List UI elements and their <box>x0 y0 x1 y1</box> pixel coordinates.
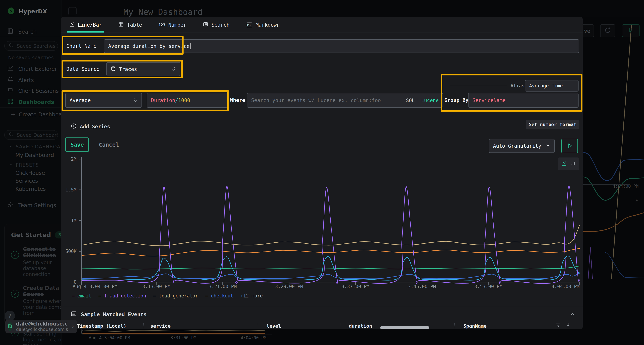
download-icon[interactable] <box>565 322 571 329</box>
user-team: dale@clickhouse.com's <box>16 327 68 332</box>
column-separator <box>143 323 144 329</box>
sample-matched-events-label: Sample Matched Events <box>81 311 147 318</box>
x-tick-label: 3:45:00 PM <box>408 284 436 289</box>
alias-input[interactable]: Average Time <box>525 80 578 91</box>
table-grid-icon <box>118 22 124 28</box>
column-header-level[interactable]: level <box>266 323 281 329</box>
x-tick-label: 3:29:00 PM <box>275 284 303 289</box>
x-tick-label: Aug 4 3:04:00 PM <box>73 284 117 289</box>
data-source-value: Traces <box>119 66 137 72</box>
sql-option[interactable]: SQL <box>406 98 415 103</box>
markdown-icon: M↓ <box>246 22 252 27</box>
edit-chart-modal: Line/Bar Table 123 Number Search M↓ Mark… <box>61 17 583 329</box>
timeseries-chart[interactable]: 0500K1M1.5M2M <box>61 155 583 287</box>
chart-x-axis-labels: Aug 4 3:04:00 PM3:13:00 PM3:21:00 PM3:29… <box>61 284 583 291</box>
where-label: Where <box>230 93 245 108</box>
tab-search[interactable]: Search <box>203 17 230 32</box>
column-header-timestamp[interactable]: Timestamp (Local) <box>77 323 126 329</box>
avatar: D <box>8 322 12 331</box>
legend-item-email[interactable]: — email <box>72 293 92 299</box>
save-label: Save <box>70 141 84 148</box>
horizontal-scrollbar[interactable] <box>380 327 429 329</box>
series-more-2 <box>82 256 580 280</box>
play-icon <box>567 143 572 149</box>
group-by-input[interactable]: ServiceName <box>468 93 578 108</box>
granularity-value: Auto Granularity <box>493 143 541 149</box>
series-email <box>82 266 580 269</box>
tab-label: Line/Bar <box>78 22 102 28</box>
svg-text:1.5M: 1.5M <box>65 187 76 193</box>
svg-text:1M: 1M <box>71 218 76 223</box>
number-123-icon: 123 <box>158 23 165 27</box>
chart-name-input[interactable]: Average duration by service <box>104 39 579 53</box>
svg-text:2M: 2M <box>71 156 76 162</box>
legend-more-link[interactable]: +12 more <box>240 293 263 299</box>
tab-line-bar[interactable]: Line/Bar <box>69 17 102 32</box>
field-token: Duration <box>151 97 175 103</box>
list-icon <box>203 22 208 28</box>
x-tick-label: 3:13:00 PM <box>142 284 170 289</box>
chart-legend: — email— fraud-detection— load-generator… <box>72 293 263 299</box>
column-separator <box>454 323 455 329</box>
chart-name-label: Chart Name <box>66 39 96 53</box>
set-number-format-button[interactable]: Set number format <box>526 120 580 129</box>
chart-name-value: Average duration by service <box>108 43 190 49</box>
alias-connector-line <box>450 86 507 86</box>
field-expression-input[interactable]: Duration/1000 <box>147 93 228 108</box>
where-search-input[interactable]: Search your events w/ Lucene ex. column:… <box>247 93 443 108</box>
chevrons-up-down-icon <box>172 66 176 73</box>
save-button[interactable]: Save <box>65 137 89 152</box>
series-more-1 <box>82 249 580 256</box>
x-tick-label: 4:04:00 PM <box>552 284 580 289</box>
tab-label: Table <box>127 22 142 28</box>
operator-token: / <box>175 97 178 103</box>
tab-markdown[interactable]: M↓ Markdown <box>246 17 280 32</box>
legend-item-load-generator[interactable]: — load-generator <box>153 293 198 299</box>
chevron-right-icon: › <box>72 323 74 330</box>
x-tick-label: 3:37:00 PM <box>342 284 370 289</box>
query-language-toggle[interactable]: SQL|Lucene <box>406 98 439 103</box>
series-load-generator <box>82 225 580 246</box>
x-tick-label: 3:53:00 PM <box>474 284 502 289</box>
cancel-button[interactable]: Cancel <box>99 137 119 152</box>
user-email: dale@clickhouse.c <box>16 321 68 327</box>
lucene-option[interactable]: Lucene <box>421 98 439 103</box>
sample-matched-events-header[interactable]: Sample Matched Events <box>71 311 147 318</box>
tab-label: Search <box>212 22 230 28</box>
database-icon <box>111 66 116 72</box>
column-header-duration[interactable]: duration <box>349 323 372 329</box>
chevrons-up-down-icon <box>133 97 138 104</box>
tab-number[interactable]: 123 Number <box>158 17 186 32</box>
alias-label: Alias <box>510 80 524 91</box>
plus-circle-icon <box>71 123 77 130</box>
chart-line-icon <box>69 22 74 28</box>
tab-label: Markdown <box>256 22 280 28</box>
filter-lines-icon[interactable] <box>555 322 561 329</box>
add-series-label: Add Series <box>80 124 110 130</box>
where-placeholder: Search your events w/ Lucene ex. column:… <box>251 97 381 103</box>
run-query-button[interactable] <box>561 139 578 153</box>
column-header-service[interactable]: service <box>150 323 171 329</box>
legend-item-checkout[interactable]: — checkout <box>205 293 233 299</box>
x-tick-label: 3:21:00 PM <box>209 284 237 289</box>
chart-type-tabs: Line/Bar Table 123 Number Search M↓ Mark… <box>61 17 583 33</box>
granularity-select[interactable]: Auto Granularity <box>489 139 555 153</box>
data-source-select[interactable]: Traces <box>106 62 180 76</box>
legend-item-fraud-detection[interactable]: — fraud-detection <box>98 293 146 299</box>
text-cursor <box>190 43 190 49</box>
list-icon <box>71 311 77 318</box>
aggregation-select[interactable]: Average <box>65 93 142 108</box>
tab-table[interactable]: Table <box>118 17 142 32</box>
column-separator <box>340 323 340 329</box>
separator: | <box>415 98 421 103</box>
svg-text:500K: 500K <box>65 249 76 254</box>
column-header-spanname[interactable]: SpanName <box>463 323 486 329</box>
chevron-down-icon <box>546 143 550 149</box>
aggregation-value: Average <box>70 97 91 103</box>
add-series-button[interactable]: Add Series <box>71 123 110 130</box>
data-source-label: Data Source <box>66 62 100 76</box>
user-menu[interactable]: D dale@clickhouse.c dale@clickhouse.com'… <box>5 320 77 333</box>
set-number-format-label: Set number format <box>529 122 576 127</box>
group-by-value: ServiceName <box>472 97 506 103</box>
chevron-up-icon[interactable] <box>570 312 575 318</box>
